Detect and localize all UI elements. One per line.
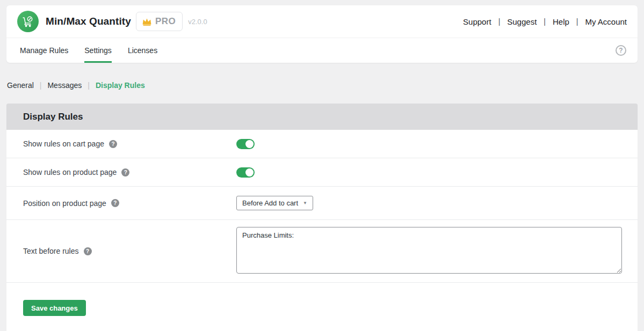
settings-row-product-page: Show rules on product page ?	[6, 158, 638, 187]
setting-label-text: Show rules on product page	[23, 168, 117, 176]
link-separator: |	[544, 17, 546, 26]
textarea-wrapper: Purchase Limits:	[236, 227, 638, 276]
tab-settings[interactable]: Settings	[84, 38, 112, 63]
top-card: Min/Max Quantity PRO v2.0.0 Support | Su…	[6, 5, 638, 63]
tab-manage-rules[interactable]: Manage Rules	[20, 38, 68, 63]
settings-row-cart-page: Show rules on cart page ?	[6, 130, 638, 158]
question-mark-icon[interactable]: ?	[109, 140, 117, 148]
setting-label: Text before rules ?	[23, 247, 236, 255]
setting-label-text: Position on product page	[23, 199, 106, 208]
subnav-item-display-rules[interactable]: Display Rules	[96, 81, 145, 90]
question-mark-icon[interactable]: ?	[84, 247, 92, 255]
subnav-separator: |	[40, 81, 42, 90]
page: { "colors": { "accent_green": "#2da15c",…	[0, 0, 644, 331]
link-help[interactable]: Help	[553, 17, 569, 26]
pro-badge: PRO	[136, 12, 183, 31]
setting-label: Show rules on product page ?	[23, 168, 236, 176]
cart-icon	[17, 11, 39, 32]
link-separator: |	[498, 17, 501, 26]
question-mark-circle-icon[interactable]: ?	[616, 45, 626, 56]
setting-label: Position on product page ?	[23, 199, 236, 208]
subnav-item-messages[interactable]: Messages	[47, 81, 82, 90]
link-support[interactable]: Support	[463, 17, 491, 26]
setting-label-text: Show rules on cart page	[23, 139, 104, 148]
position-select-value: Before Add to cart	[242, 199, 298, 207]
setting-label: Show rules on cart page ?	[23, 139, 236, 148]
toggle-knob	[245, 168, 254, 176]
chevron-down-icon: ▼	[303, 201, 307, 205]
settings-row-position: Position on product page ? Before Add to…	[6, 187, 638, 220]
panel-footer: Save changes	[6, 283, 638, 316]
display-rules-panel: Display Rules Show rules on cart page ? …	[6, 104, 638, 331]
tab-licenses[interactable]: Licenses	[128, 38, 157, 63]
product-page-toggle[interactable]	[236, 167, 255, 178]
settings-subnav: General | Messages | Display Rules	[7, 80, 638, 90]
page-title: Min/Max Quantity	[46, 16, 131, 27]
link-suggest[interactable]: Suggest	[507, 17, 537, 26]
cart-page-toggle[interactable]	[236, 139, 255, 149]
pro-label: PRO	[155, 16, 176, 27]
link-my-account[interactable]: My Account	[585, 17, 627, 26]
panel-title: Display Rules	[6, 104, 638, 130]
text-before-rules-input[interactable]: Purchase Limits:	[236, 227, 622, 274]
subnav-separator: |	[88, 81, 90, 90]
settings-row-text-before: Text before rules ? Purchase Limits:	[6, 220, 638, 283]
link-separator: |	[576, 17, 578, 26]
save-button[interactable]: Save changes	[23, 300, 86, 316]
tab-bar: Manage Rules Settings Licenses ?	[6, 38, 638, 63]
header-links: Support | Suggest | Help | My Account	[463, 17, 627, 26]
toggle-knob	[245, 140, 254, 148]
crown-icon	[142, 17, 152, 26]
setting-label-text: Text before rules	[23, 247, 79, 255]
position-select[interactable]: Before Add to cart ▼	[236, 196, 313, 210]
question-mark-icon[interactable]: ?	[111, 199, 119, 207]
app-header: Min/Max Quantity PRO v2.0.0 Support | Su…	[6, 5, 638, 38]
version-label: v2.0.0	[188, 18, 207, 26]
subnav-item-general[interactable]: General	[7, 81, 34, 90]
question-mark-icon[interactable]: ?	[121, 168, 129, 176]
